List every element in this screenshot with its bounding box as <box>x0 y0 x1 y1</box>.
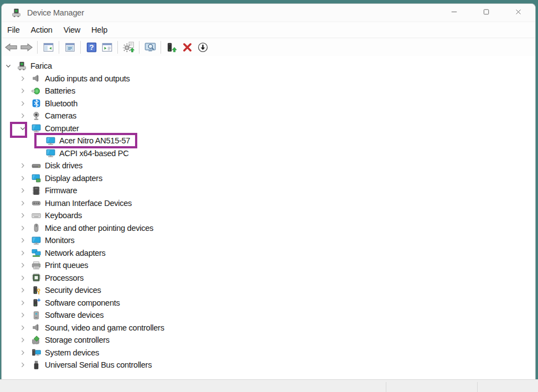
uninstall-device-button[interactable] <box>180 40 194 54</box>
chevron-right-icon[interactable] <box>18 323 27 332</box>
menu-view[interactable]: View <box>58 25 86 34</box>
maximize-button[interactable] <box>474 4 498 21</box>
chevron-right-icon[interactable] <box>18 86 27 95</box>
menu-help[interactable]: Help <box>86 25 113 34</box>
chevron-right-icon[interactable] <box>18 161 27 170</box>
storage-icon <box>32 336 41 345</box>
tree-item-storage-controllers[interactable]: Storage controllers <box>2 334 535 347</box>
tree-item-label: Storage controllers <box>45 336 110 344</box>
tree-item-label: Software components <box>45 298 120 307</box>
tree-item-security-devices[interactable]: Security devices <box>2 284 535 297</box>
back-button[interactable] <box>4 40 18 54</box>
menubar: FileActionViewHelp <box>2 22 535 38</box>
chevron-down-icon[interactable] <box>18 124 27 133</box>
tree-item-system-devices[interactable]: System devices <box>2 347 535 359</box>
forward-button[interactable] <box>19 40 34 54</box>
scan-icon <box>123 42 134 53</box>
properties-button[interactable] <box>63 40 77 54</box>
tree-item-label: Display adapters <box>45 174 102 183</box>
tree-item-software-devices[interactable]: Software devices <box>2 309 535 322</box>
tree-item-label: Batteries <box>45 86 75 95</box>
minimize-icon <box>450 8 458 18</box>
chevron-right-icon[interactable] <box>18 99 27 108</box>
software-component-icon <box>32 298 41 307</box>
tree-item-processors[interactable]: Processors <box>2 272 535 285</box>
titlebar: Device Manager <box>2 4 535 22</box>
tree-item-label: ACPI x64-based PC <box>59 149 129 158</box>
chevron-right-icon[interactable] <box>18 311 27 319</box>
chevron-right-icon[interactable] <box>18 298 27 307</box>
sound-icon <box>32 323 41 332</box>
toolbar-separator <box>117 41 118 54</box>
chevron-right-icon[interactable] <box>18 111 27 120</box>
caption-buttons <box>442 4 530 21</box>
toolbar-separator <box>59 41 59 54</box>
menu-file[interactable]: File <box>7 25 25 34</box>
tree-item-acpi-x64-based-pc[interactable]: ACPI x64-based PC <box>2 147 535 160</box>
chevron-right-icon[interactable] <box>18 224 27 233</box>
tree-item-cameras[interactable]: Cameras <box>2 110 535 122</box>
tree-item-label: Software devices <box>45 311 104 319</box>
tree-item-audio-inputs-and-outputs[interactable]: Audio inputs and outputs <box>2 73 535 85</box>
back-icon <box>4 43 18 52</box>
tree-item-software-components[interactable]: Software components <box>2 297 535 310</box>
tree-item-mice-and-other-pointing-devices[interactable]: Mice and other pointing devices <box>2 222 535 235</box>
tree-item-disk-drives[interactable]: Disk drives <box>2 159 535 172</box>
tree-item-acer-nitro-an515-57[interactable]: Acer Nitro AN515-57 <box>2 135 535 147</box>
minimize-button[interactable] <box>442 4 466 21</box>
chevron-right-icon[interactable] <box>18 261 27 270</box>
chevron-right-icon[interactable] <box>18 249 27 257</box>
chevron-spacer <box>33 149 42 158</box>
forward-icon <box>20 43 33 52</box>
camera-icon <box>32 111 41 121</box>
tree-item-computer[interactable]: Computer <box>2 122 535 135</box>
disable-icon <box>198 42 208 53</box>
tree-item-batteries[interactable]: Batteries <box>2 85 535 97</box>
action-pane-button[interactable] <box>100 40 114 54</box>
svg-text:?: ? <box>89 43 94 51</box>
tree-item-monitors[interactable]: Monitors <box>2 234 535 247</box>
show-console-tree-button[interactable] <box>41 40 55 54</box>
monitor-icon <box>32 123 41 133</box>
update-driver-icon <box>166 42 177 53</box>
chevron-right-icon[interactable] <box>18 348 27 357</box>
tree-item-bluetooth[interactable]: Bluetooth <box>2 97 535 110</box>
chevron-right-icon[interactable] <box>18 174 27 183</box>
tree-item-firmware[interactable]: Firmware <box>2 184 535 197</box>
disable-device-button[interactable] <box>195 40 210 54</box>
chevron-right-icon[interactable] <box>18 274 27 282</box>
close-button[interactable] <box>506 4 530 21</box>
tree-item-display-adapters[interactable]: Display adapters <box>2 172 535 185</box>
tree-item-sound-video-and-game-controllers[interactable]: Sound, video and game controllers <box>2 322 535 334</box>
close-icon <box>514 8 523 18</box>
action-pane-icon <box>102 42 112 53</box>
console-tree-icon <box>43 42 54 53</box>
speaker-icon <box>32 74 41 83</box>
scan-hardware-changes-button[interactable] <box>121 40 136 54</box>
tree-item-label: Monitors <box>45 236 75 245</box>
chevron-right-icon[interactable] <box>18 186 27 195</box>
tree-item-label: Security devices <box>45 286 101 295</box>
chevron-right-icon[interactable] <box>18 236 27 245</box>
chevron-right-icon[interactable] <box>18 336 27 344</box>
tree-item-label: Human Interface Devices <box>45 199 132 208</box>
menu-action[interactable]: Action <box>25 25 58 34</box>
tree-item-label: Network adapters <box>45 249 106 257</box>
tree-item-universal-serial-bus-controllers[interactable]: Universal Serial Bus controllers <box>2 359 535 372</box>
chevron-right-icon[interactable] <box>18 199 27 208</box>
chevron-right-icon[interactable] <box>18 74 27 83</box>
help-button[interactable]: ? <box>84 40 99 54</box>
chevron-right-icon[interactable] <box>18 360 27 369</box>
tree-item-keyboards[interactable]: Keyboards <box>2 209 535 222</box>
tree-item-farica[interactable]: Farica <box>2 60 535 73</box>
tree-item-label: Cameras <box>45 111 76 120</box>
chevron-right-icon[interactable] <box>18 286 27 295</box>
tree-item-network-adapters[interactable]: Network adapters <box>2 247 535 260</box>
update-driver-button[interactable] <box>164 40 179 54</box>
chevron-right-icon[interactable] <box>18 211 27 220</box>
tree-item-human-interface-devices[interactable]: Human Interface Devices <box>2 197 535 210</box>
chevron-down-icon[interactable] <box>4 61 13 70</box>
remote-computer-button[interactable] <box>143 40 157 54</box>
window-title: Device Manager <box>27 8 84 17</box>
tree-item-print-queues[interactable]: Print queues <box>2 259 535 272</box>
